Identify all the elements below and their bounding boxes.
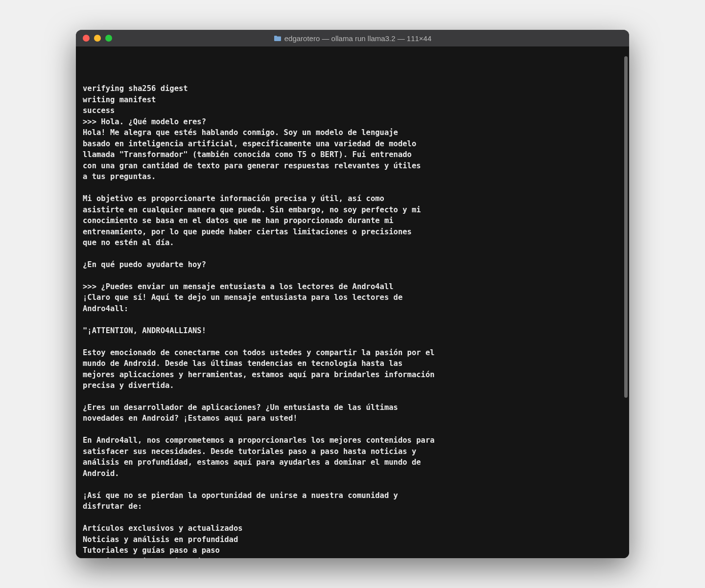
terminal-output-line: ¡Claro que sí! Aquí te dejo un mensaje e… bbox=[83, 292, 623, 303]
maximize-icon[interactable] bbox=[105, 35, 112, 42]
window-title-text: edgarotero — ollama run llama3.2 — 111×4… bbox=[284, 34, 432, 43]
scrollbar-track bbox=[624, 51, 628, 553]
terminal-output-line: ¿En qué puedo ayudarte hoy? bbox=[83, 259, 623, 270]
terminal-output-line: análisis en profundidad, estamos aquí pa… bbox=[83, 457, 623, 468]
terminal-output-line: ¿Eres un desarrollador de aplicaciones? … bbox=[83, 402, 623, 413]
terminal-window: edgarotero — ollama run llama3.2 — 111×4… bbox=[76, 30, 629, 558]
terminal-prompt-line: >>> ¿Puedes enviar un mensaje entusiasta… bbox=[83, 281, 623, 292]
terminal-output-line: Hola! Me alegra que estés hablando conmi… bbox=[83, 127, 623, 138]
terminal-output-line: conocimiento se basa en el datos que me … bbox=[83, 215, 623, 226]
terminal-output-line: success bbox=[83, 105, 623, 116]
terminal-output-line bbox=[83, 479, 623, 490]
terminal-output-line: verifying sha256 digest bbox=[83, 83, 623, 94]
terminal-output-line: asistirte en cualquier manera que pueda.… bbox=[83, 204, 623, 215]
terminal-output-line: basado en inteligencia artificial, espec… bbox=[83, 138, 623, 149]
terminal-output-line: Andro4all: bbox=[83, 303, 623, 314]
terminal-output-line: Noticias y análisis en profundidad bbox=[83, 534, 623, 545]
terminal-output-line: que no estén al día. bbox=[83, 237, 623, 248]
terminal-output-line: Mi objetivo es proporcionarte informació… bbox=[83, 193, 623, 204]
terminal-output-line: Artículos exclusivos y actualizados bbox=[83, 523, 623, 534]
terminal-output-line: mejores aplicaciones y herramientas, est… bbox=[83, 369, 623, 380]
terminal-output-line bbox=[83, 512, 623, 523]
terminal-output-line: Estoy emocionado de conectarme con todos… bbox=[83, 347, 623, 358]
terminal-body[interactable]: verifying sha256 digestwriting manifests… bbox=[76, 46, 629, 558]
terminal-output-line: disfrutar de: bbox=[83, 501, 623, 512]
window-title: edgarotero — ollama run llama3.2 — 111×4… bbox=[76, 34, 629, 43]
terminal-output-line: En Andro4all, nos comprometemos a propor… bbox=[83, 435, 623, 446]
window-titlebar[interactable]: edgarotero — ollama run llama3.2 — 111×4… bbox=[76, 30, 629, 46]
terminal-output-line: Android. bbox=[83, 468, 623, 479]
terminal-output-line bbox=[83, 314, 623, 325]
terminal-output-line: novedades en Android? ¡Estamos aquí para… bbox=[83, 413, 623, 424]
terminal-output-line bbox=[83, 336, 623, 347]
folder-icon bbox=[274, 35, 282, 42]
minimize-icon[interactable] bbox=[94, 35, 101, 42]
terminal-output-line bbox=[83, 270, 623, 281]
traffic-lights bbox=[83, 35, 112, 42]
terminal-output-line: con una gran cantidad de texto para gene… bbox=[83, 160, 623, 171]
terminal-prompt-line: >>> Hola. ¿Qué modelo eres? bbox=[83, 116, 623, 127]
terminal-output-line: satisfacer sus necesidades. Desde tutori… bbox=[83, 446, 623, 457]
terminal-output-line: entrenamiento, por lo que puede haber ci… bbox=[83, 226, 623, 237]
terminal-output-line bbox=[83, 182, 623, 193]
terminal-output-line: writing manifest bbox=[83, 94, 623, 105]
terminal-output-line: mundo de Android. Desde las últimas tend… bbox=[83, 358, 623, 369]
terminal-output-line bbox=[83, 248, 623, 259]
terminal-output-line: precisa y divertida. bbox=[83, 380, 623, 391]
terminal-output-line: ¡Así que no se pierdan la oportunidad de… bbox=[83, 490, 623, 501]
terminal-output-line: llamada "Transformador" (también conocid… bbox=[83, 149, 623, 160]
terminal-output-line bbox=[83, 391, 623, 402]
terminal-output-line bbox=[83, 424, 623, 435]
scrollbar-thumb[interactable] bbox=[624, 56, 628, 398]
terminal-output-line: a tus preguntas. bbox=[83, 171, 623, 182]
terminal-output-line: Comunidad activa y divertida bbox=[83, 556, 623, 558]
terminal-output-line: "¡ATTENTION, ANDRO4ALLIANS! bbox=[83, 325, 623, 336]
terminal-output-line: Tutoriales y guías paso a paso bbox=[83, 545, 623, 556]
close-icon[interactable] bbox=[83, 35, 90, 42]
